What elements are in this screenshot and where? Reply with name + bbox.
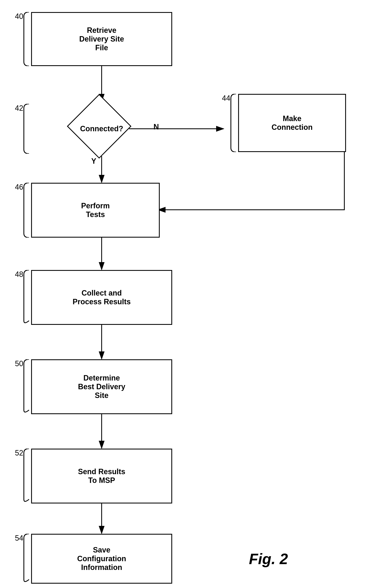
step-number-50: 50	[15, 359, 23, 368]
box-retrieve-delivery: Retrieve Delivery Site File	[31, 12, 172, 66]
bracket-42	[23, 104, 31, 154]
box-send-results: Send Results To MSP	[31, 449, 172, 504]
box-determine-best: Determine Best Delivery Site	[31, 359, 172, 414]
step-number-46: 46	[15, 183, 23, 191]
step-number-44: 44	[222, 94, 230, 103]
n-label: N	[154, 123, 159, 131]
bracket-44	[230, 94, 238, 152]
bracket-40	[23, 12, 31, 66]
fig-label: Fig. 2	[249, 550, 288, 567]
diamond-connected-label: Connected?	[62, 112, 141, 145]
step-number-40: 40	[15, 12, 23, 21]
bracket-46	[23, 183, 31, 238]
box-collect-process: Collect and Process Results	[31, 270, 172, 325]
box-save-config: Save Configuration Information	[31, 534, 172, 584]
bracket-54	[23, 534, 31, 584]
box-make-connection: Make Connection	[238, 94, 346, 152]
bracket-48	[23, 270, 31, 325]
step-number-52: 52	[15, 449, 23, 457]
step-number-54: 54	[15, 534, 23, 543]
bracket-50	[23, 359, 31, 414]
diagram-container: 40 Retrieve Delivery Site File 42 Connec…	[0, 0, 385, 588]
step-number-42: 42	[15, 104, 23, 113]
step-number-48: 48	[15, 270, 23, 279]
box-perform-tests: Perform Tests	[31, 183, 160, 238]
y-label: Y	[91, 157, 96, 166]
bracket-52	[23, 449, 31, 504]
